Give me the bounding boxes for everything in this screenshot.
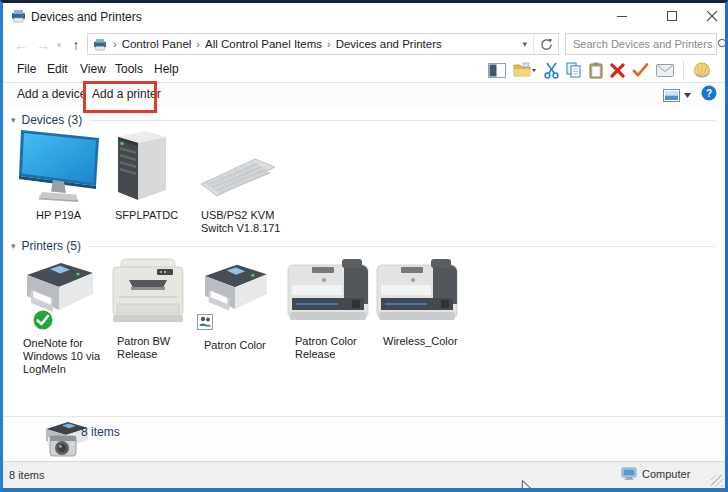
breadcrumb-control-panel[interactable]: Control Panel [119, 38, 195, 50]
printers-group-header[interactable]: ▾ Printers (5) [11, 239, 717, 253]
details-pane: 8 items [3, 416, 725, 462]
devices-group-header[interactable]: ▾ Devices (3) [11, 113, 717, 127]
printer-tile-onenote[interactable]: OneNote for Windows 10 via LogMeIn [19, 260, 109, 390]
devices-and-printers-icon [11, 9, 26, 27]
printer-tile-wireless-color[interactable]: Wireless_Color [375, 258, 469, 388]
minimize-button[interactable] [605, 3, 639, 29]
menu-help[interactable]: Help [154, 62, 179, 76]
items-view: ▾ Devices (3) HP P19A [3, 106, 725, 416]
device-label: HP P19A [36, 209, 106, 222]
paste-icon[interactable] [589, 60, 603, 80]
breadcrumb[interactable]: › Control Panel › All Control Panel Item… [87, 33, 559, 55]
maximize-button[interactable] [655, 3, 689, 29]
forward-arrow-icon[interactable]: → [33, 35, 53, 55]
printer-label: Patron Color [204, 339, 280, 352]
preview-pane-icon[interactable] [488, 60, 506, 80]
printer-label: Patron BW Release [117, 335, 191, 361]
classic-shell-icon[interactable] [693, 60, 711, 80]
title-bar: Devices and Printers [3, 3, 725, 30]
keyboard-icon [195, 156, 277, 200]
device-tile-sfplpatdc[interactable]: SFPLPATDC [111, 130, 191, 235]
svg-text:?: ? [706, 88, 712, 99]
menu-view[interactable]: View [80, 62, 106, 76]
chevron-down-icon[interactable]: ▾ [11, 241, 16, 251]
close-button[interactable] [695, 3, 728, 29]
printer-tile-patron-color-release[interactable]: Patron Color Release [286, 258, 374, 388]
status-items-count: 8 items [9, 469, 44, 481]
menu-file[interactable]: File [17, 62, 36, 76]
device-label: USB/PS2 KVM Switch V1.8.171 [201, 209, 287, 235]
printer-label: OneNote for Windows 10 via LogMeIn [23, 337, 107, 376]
breadcrumb-all-control-panel-items[interactable]: All Control Panel Items [202, 38, 325, 50]
add-a-device-button[interactable]: Add a device [17, 87, 86, 101]
devices-and-printers-icon [93, 38, 107, 51]
refresh-icon[interactable] [533, 34, 558, 54]
checkmark-icon[interactable] [632, 60, 649, 80]
window-title: Devices and Printers [31, 10, 142, 24]
group-divider [90, 120, 717, 121]
device-tile-hp-p19a[interactable]: HP P19A [19, 130, 107, 235]
breadcrumb-devices-and-printers[interactable]: Devices and Printers [333, 38, 445, 50]
copy-icon[interactable] [566, 60, 582, 80]
menu-tools[interactable]: Tools [115, 62, 143, 76]
inkjet-printer-icon [197, 262, 273, 322]
breadcrumb-separator: › [194, 38, 202, 50]
breadcrumb-separator: › [325, 38, 333, 50]
printer-label: Patron Color Release [295, 335, 371, 361]
up-arrow-icon[interactable]: ↑ [67, 35, 85, 55]
new-folder-icon[interactable] [513, 60, 537, 80]
devices-group-label: Devices (3) [22, 113, 83, 127]
explorer-toolbar [488, 59, 711, 81]
printer-tile-patron-bw-release[interactable]: Patron BW Release [111, 258, 195, 388]
command-bar: Add a device Add a printer ? [3, 83, 725, 107]
toolbar-separator [683, 61, 684, 79]
laser-color-printer-icon [286, 258, 370, 324]
default-printer-check-icon [31, 308, 55, 332]
resize-grip[interactable] [711, 475, 723, 487]
back-arrow-icon[interactable]: ← [11, 35, 31, 55]
chevron-down-icon[interactable]: ▾ [11, 115, 16, 125]
status-location: Computer [621, 467, 690, 480]
group-divider [89, 246, 717, 247]
help-icon[interactable]: ? [701, 85, 717, 105]
desktop-tower-icon [113, 130, 171, 204]
breadcrumb-separator: › [111, 38, 119, 50]
laser-bw-printer-icon [111, 258, 185, 324]
mouse-cursor [521, 480, 537, 492]
printers-group-label: Printers (5) [22, 239, 81, 253]
email-icon[interactable] [656, 60, 674, 80]
delete-icon[interactable] [610, 60, 625, 80]
shared-printer-badge-icon [197, 314, 213, 330]
devices-and-printers-window: Devices and Printers ← → ▾ ↑ › Control P… [0, 0, 728, 492]
address-dropdown-icon[interactable]: ▾ [516, 39, 533, 49]
menu-edit[interactable]: Edit [47, 62, 68, 76]
status-bar: 8 items Computer [3, 461, 725, 489]
change-view-icon[interactable] [663, 89, 691, 102]
annotation-highlight [83, 81, 157, 113]
monitor-icon [19, 130, 103, 204]
computer-icon [621, 467, 637, 480]
cut-icon[interactable] [544, 60, 559, 80]
search-icon[interactable] [717, 38, 728, 50]
device-label: SFPLPATDC [115, 209, 191, 222]
status-location-label: Computer [642, 468, 690, 480]
details-selection-summary: 8 items [81, 425, 120, 439]
laser-color-printer-icon [375, 258, 459, 324]
address-bar: ← → ▾ ↑ › Control Panel › All Control Pa… [3, 31, 725, 58]
search-input[interactable] [566, 38, 715, 50]
menu-bar: File Edit View Tools Help [3, 58, 725, 83]
device-tile-kvm-switch[interactable]: USB/PS2 KVM Switch V1.8.171 [195, 130, 285, 235]
recent-pages-dropdown-icon[interactable]: ▾ [53, 35, 65, 55]
printer-label: Wireless_Color [383, 335, 471, 348]
search-box[interactable] [565, 33, 717, 55]
printer-tile-patron-color[interactable]: Patron Color [197, 262, 281, 392]
